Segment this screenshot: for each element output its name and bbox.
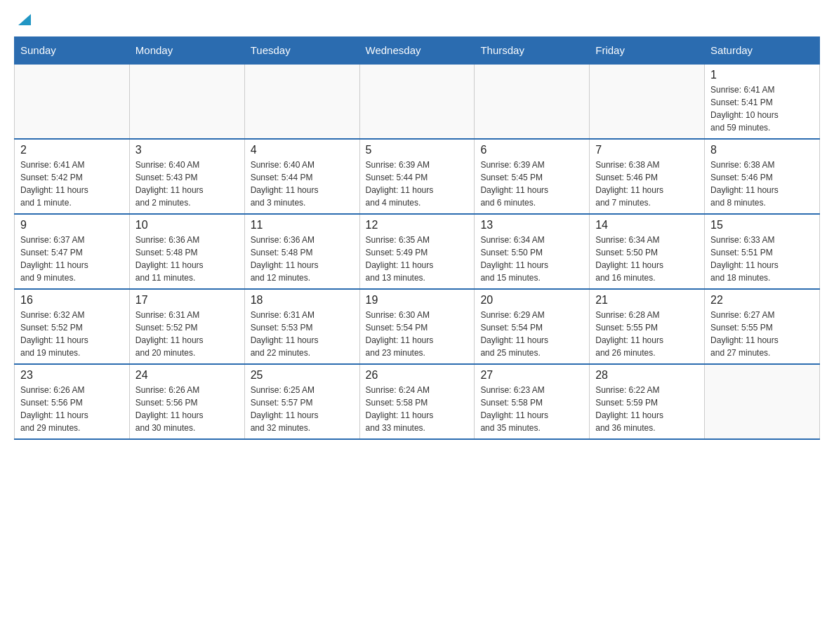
day-number: 20 <box>480 294 583 307</box>
day-number: 7 <box>595 144 699 156</box>
day-info: Sunrise: 6:39 AM Sunset: 5:44 PM Dayligh… <box>366 159 469 209</box>
day-number: 23 <box>20 369 124 382</box>
day-cell: 23Sunrise: 6:26 AM Sunset: 5:56 PM Dayli… <box>15 364 130 439</box>
day-cell: 13Sunrise: 6:34 AM Sunset: 5:50 PM Dayli… <box>475 214 590 289</box>
header-row: SundayMondayTuesdayWednesdayThursdayFrid… <box>15 37 820 65</box>
day-cell <box>475 64 590 139</box>
day-info: Sunrise: 6:22 AM Sunset: 5:59 PM Dayligh… <box>595 384 699 434</box>
header <box>14 14 820 25</box>
day-cell: 2Sunrise: 6:41 AM Sunset: 5:42 PM Daylig… <box>15 139 130 214</box>
day-number: 25 <box>251 369 354 382</box>
day-cell: 21Sunrise: 6:28 AM Sunset: 5:55 PM Dayli… <box>590 289 705 364</box>
day-number: 5 <box>366 144 469 156</box>
day-cell: 3Sunrise: 6:40 AM Sunset: 5:43 PM Daylig… <box>129 139 244 214</box>
header-cell-wednesday: Wednesday <box>359 37 475 65</box>
day-info: Sunrise: 6:35 AM Sunset: 5:49 PM Dayligh… <box>366 234 469 284</box>
day-info: Sunrise: 6:37 AM Sunset: 5:47 PM Dayligh… <box>20 234 124 284</box>
calendar-header: SundayMondayTuesdayWednesdayThursdayFrid… <box>15 37 820 65</box>
day-info: Sunrise: 6:27 AM Sunset: 5:55 PM Dayligh… <box>710 309 814 359</box>
week-row-2: 9Sunrise: 6:37 AM Sunset: 5:47 PM Daylig… <box>15 214 820 289</box>
day-cell: 17Sunrise: 6:31 AM Sunset: 5:52 PM Dayli… <box>129 289 244 364</box>
day-cell: 28Sunrise: 6:22 AM Sunset: 5:59 PM Dayli… <box>590 364 705 439</box>
header-cell-tuesday: Tuesday <box>244 37 359 65</box>
day-cell: 20Sunrise: 6:29 AM Sunset: 5:54 PM Dayli… <box>475 289 590 364</box>
day-cell: 26Sunrise: 6:24 AM Sunset: 5:58 PM Dayli… <box>359 364 475 439</box>
day-info: Sunrise: 6:41 AM Sunset: 5:41 PM Dayligh… <box>710 83 814 134</box>
day-info: Sunrise: 6:41 AM Sunset: 5:42 PM Dayligh… <box>20 159 124 209</box>
day-info: Sunrise: 6:38 AM Sunset: 5:46 PM Dayligh… <box>595 159 699 209</box>
day-info: Sunrise: 6:39 AM Sunset: 5:45 PM Dayligh… <box>480 159 583 209</box>
week-row-1: 2Sunrise: 6:41 AM Sunset: 5:42 PM Daylig… <box>15 139 820 214</box>
day-cell <box>244 64 359 139</box>
day-cell: 14Sunrise: 6:34 AM Sunset: 5:50 PM Dayli… <box>590 214 705 289</box>
day-cell: 18Sunrise: 6:31 AM Sunset: 5:53 PM Dayli… <box>244 289 359 364</box>
day-number: 21 <box>595 294 699 307</box>
logo-triangle-icon <box>18 14 31 25</box>
day-number: 26 <box>366 369 469 382</box>
week-row-0: 1Sunrise: 6:41 AM Sunset: 5:41 PM Daylig… <box>15 64 820 139</box>
day-info: Sunrise: 6:40 AM Sunset: 5:43 PM Dayligh… <box>135 159 239 209</box>
header-cell-sunday: Sunday <box>15 37 130 65</box>
day-cell: 27Sunrise: 6:23 AM Sunset: 5:58 PM Dayli… <box>475 364 590 439</box>
day-number: 12 <box>366 219 469 232</box>
day-number: 10 <box>135 219 239 232</box>
day-cell: 25Sunrise: 6:25 AM Sunset: 5:57 PM Dayli… <box>244 364 359 439</box>
day-number: 16 <box>20 294 124 307</box>
day-number: 17 <box>135 294 239 307</box>
day-number: 4 <box>251 144 354 156</box>
week-row-4: 23Sunrise: 6:26 AM Sunset: 5:56 PM Dayli… <box>15 364 820 439</box>
day-info: Sunrise: 6:34 AM Sunset: 5:50 PM Dayligh… <box>480 234 583 284</box>
day-cell: 5Sunrise: 6:39 AM Sunset: 5:44 PM Daylig… <box>359 139 475 214</box>
day-number: 3 <box>135 144 239 156</box>
day-cell: 6Sunrise: 6:39 AM Sunset: 5:45 PM Daylig… <box>475 139 590 214</box>
day-cell: 16Sunrise: 6:32 AM Sunset: 5:52 PM Dayli… <box>15 289 130 364</box>
day-cell <box>129 64 244 139</box>
day-info: Sunrise: 6:33 AM Sunset: 5:51 PM Dayligh… <box>710 234 814 284</box>
day-cell: 8Sunrise: 6:38 AM Sunset: 5:46 PM Daylig… <box>705 139 820 214</box>
day-cell: 11Sunrise: 6:36 AM Sunset: 5:48 PM Dayli… <box>244 214 359 289</box>
logo <box>14 14 31 25</box>
day-number: 11 <box>251 219 354 232</box>
day-cell <box>359 64 475 139</box>
day-number: 19 <box>366 294 469 307</box>
day-info: Sunrise: 6:28 AM Sunset: 5:55 PM Dayligh… <box>595 309 699 359</box>
day-cell <box>705 364 820 439</box>
day-cell: 1Sunrise: 6:41 AM Sunset: 5:41 PM Daylig… <box>705 64 820 139</box>
day-cell: 10Sunrise: 6:36 AM Sunset: 5:48 PM Dayli… <box>129 214 244 289</box>
day-info: Sunrise: 6:36 AM Sunset: 5:48 PM Dayligh… <box>251 234 354 284</box>
day-cell: 24Sunrise: 6:26 AM Sunset: 5:56 PM Dayli… <box>129 364 244 439</box>
day-number: 24 <box>135 369 239 382</box>
day-number: 27 <box>480 369 583 382</box>
day-number: 22 <box>710 294 814 307</box>
day-cell: 7Sunrise: 6:38 AM Sunset: 5:46 PM Daylig… <box>590 139 705 214</box>
day-number: 14 <box>595 219 699 232</box>
day-cell: 4Sunrise: 6:40 AM Sunset: 5:44 PM Daylig… <box>244 139 359 214</box>
day-info: Sunrise: 6:23 AM Sunset: 5:58 PM Dayligh… <box>480 384 583 434</box>
day-info: Sunrise: 6:40 AM Sunset: 5:44 PM Dayligh… <box>251 159 354 209</box>
day-info: Sunrise: 6:31 AM Sunset: 5:52 PM Dayligh… <box>135 309 239 359</box>
header-cell-saturday: Saturday <box>705 37 820 65</box>
day-info: Sunrise: 6:29 AM Sunset: 5:54 PM Dayligh… <box>480 309 583 359</box>
day-number: 2 <box>20 144 124 156</box>
day-number: 28 <box>595 369 699 382</box>
day-number: 1 <box>710 69 814 81</box>
header-cell-thursday: Thursday <box>475 37 590 65</box>
day-number: 15 <box>710 219 814 232</box>
day-cell: 9Sunrise: 6:37 AM Sunset: 5:47 PM Daylig… <box>15 214 130 289</box>
day-cell: 22Sunrise: 6:27 AM Sunset: 5:55 PM Dayli… <box>705 289 820 364</box>
day-info: Sunrise: 6:24 AM Sunset: 5:58 PM Dayligh… <box>366 384 469 434</box>
week-row-3: 16Sunrise: 6:32 AM Sunset: 5:52 PM Dayli… <box>15 289 820 364</box>
day-number: 13 <box>480 219 583 232</box>
calendar-body: 1Sunrise: 6:41 AM Sunset: 5:41 PM Daylig… <box>15 64 820 439</box>
day-info: Sunrise: 6:34 AM Sunset: 5:50 PM Dayligh… <box>595 234 699 284</box>
svg-marker-0 <box>18 14 31 25</box>
day-info: Sunrise: 6:31 AM Sunset: 5:53 PM Dayligh… <box>251 309 354 359</box>
calendar-table: SundayMondayTuesdayWednesdayThursdayFrid… <box>14 36 820 440</box>
day-number: 6 <box>480 144 583 156</box>
day-info: Sunrise: 6:30 AM Sunset: 5:54 PM Dayligh… <box>366 309 469 359</box>
day-info: Sunrise: 6:32 AM Sunset: 5:52 PM Dayligh… <box>20 309 124 359</box>
day-info: Sunrise: 6:36 AM Sunset: 5:48 PM Dayligh… <box>135 234 239 284</box>
day-info: Sunrise: 6:25 AM Sunset: 5:57 PM Dayligh… <box>251 384 354 434</box>
day-cell <box>590 64 705 139</box>
day-info: Sunrise: 6:38 AM Sunset: 5:46 PM Dayligh… <box>710 159 814 209</box>
